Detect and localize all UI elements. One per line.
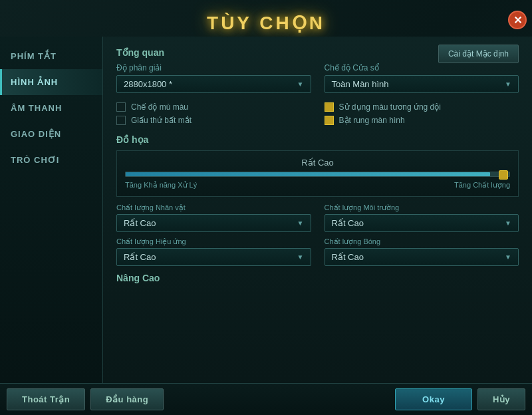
env-quality-field: Chất lượng Môi trường Rất Cao ▼	[325, 204, 519, 232]
hide-cursor-label: Giấu thứ bất mắt	[131, 116, 192, 125]
graphics-labels: Tăng Khả năng Xử Lý Tăng Chất lượng	[125, 181, 510, 190]
sidebar-item-tro-choi[interactable]: TRÒ CHƠI	[0, 147, 102, 173]
surrender-button[interactable]: Đầu hàng	[90, 388, 164, 410]
char-quality-field: Chất lượng Nhân vật Rất Cao ▼	[116, 204, 311, 232]
graphics-box: Rất Cao Tăng Khả năng Xử Lý Tăng Chất lư…	[116, 150, 519, 197]
screen-shake-checkbox[interactable]: Bật rung màn hình	[325, 116, 519, 125]
sidebar-item-hinh-anh[interactable]: HÌNH ẢNH	[0, 69, 102, 95]
window-mode-dropdown-arrow: ▼	[505, 80, 511, 88]
char-quality-label: Chất lượng Nhân vật	[116, 204, 311, 212]
slider-left-label: Tăng Khả năng Xử Lý	[125, 181, 197, 190]
modal-container: TÙY CHỌN ✕ PHÍM TẮT HÌNH ẢNH ÂM THANH GI…	[0, 7, 532, 415]
advanced-section-title: Nâng Cao	[116, 273, 519, 283]
cancel-button[interactable]: Hủy	[477, 388, 525, 410]
sidebar-item-phim-tat[interactable]: PHÍM TẮT	[0, 43, 102, 69]
exit-button[interactable]: Thoát Trận	[7, 388, 85, 410]
env-quality-label: Chất lượng Môi trường	[325, 204, 519, 212]
slider-track	[125, 172, 510, 177]
hide-cursor-checkbox-box	[116, 116, 126, 125]
sidebar-item-giao-dien[interactable]: GIAO DIỆN	[0, 121, 102, 147]
window-mode-label: Chế độ Cửa sổ	[325, 63, 519, 72]
slider-fill	[126, 172, 490, 176]
effect-quality-label: Chất lượng Hiệu ứng	[116, 237, 311, 246]
effect-quality-arrow: ▼	[297, 253, 304, 261]
team-color-checkbox[interactable]: Sử dụng màu tương ứng đội	[325, 102, 519, 112]
left-checkboxes: Chế độ mù màu Giấu thứ bất mắt	[116, 102, 311, 125]
window-mode-dropdown[interactable]: Toàn Màn hình ▼	[325, 75, 519, 93]
bottom-bar: Thoát Trận Đầu hàng Okay Hủy	[0, 383, 532, 415]
slider-thumb	[499, 170, 508, 180]
resolution-label: Độ phân giải	[116, 63, 311, 72]
team-color-checkbox-box	[325, 102, 334, 112]
title-bar: TÙY CHỌN ✕	[0, 7, 532, 37]
modal-title: TÙY CHỌN	[207, 13, 325, 33]
color-blind-label: Chế độ mù màu	[131, 102, 188, 112]
overview-top-row: Độ phân giải 2880x1800 * ▼ Chế độ Cửa sổ…	[116, 63, 519, 93]
okay-button[interactable]: Okay	[395, 388, 472, 410]
graphics-section-title: Đồ họa	[116, 134, 519, 145]
resolution-dropdown-arrow: ▼	[297, 80, 304, 88]
effect-quality-field: Chất lượng Hiệu ứng Rất Cao ▼	[116, 237, 311, 266]
shadow-quality-arrow: ▼	[505, 253, 511, 261]
graphics-slider[interactable]	[125, 172, 510, 177]
resolution-field: Độ phân giải 2880x1800 * ▼	[116, 63, 311, 93]
sidebar-item-am-thanh[interactable]: ÂM THANH	[0, 95, 102, 121]
env-quality-dropdown[interactable]: Rất Cao ▼	[325, 214, 519, 232]
color-blind-checkbox[interactable]: Chế độ mù màu	[116, 102, 311, 112]
sidebar: PHÍM TẮT HÌNH ẢNH ÂM THANH GIAO DIỆN TRÒ…	[0, 37, 103, 383]
env-quality-arrow: ▼	[505, 219, 511, 227]
content-area: Cài đặt Mặc định Tổng quan Độ phân giải …	[103, 37, 532, 383]
screen-shake-checkbox-box	[325, 116, 334, 125]
team-color-label: Sử dụng màu tương ứng đội	[339, 102, 441, 112]
color-blind-checkbox-box	[116, 102, 126, 112]
slider-right-label: Tăng Chất lượng	[454, 181, 510, 190]
right-checkboxes: Sử dụng màu tương ứng đội Bật rung màn h…	[325, 102, 519, 125]
quality-grid: Chất lượng Nhân vật Rất Cao ▼ Chất lượng…	[116, 204, 519, 266]
char-quality-dropdown[interactable]: Rất Cao ▼	[116, 214, 311, 232]
shadow-quality-field: Chất lượng Bóng Rất Cao ▼	[325, 237, 519, 266]
checkboxes-row: Chế độ mù màu Giấu thứ bất mắt Sử dụng m…	[116, 98, 519, 125]
hide-cursor-checkbox[interactable]: Giấu thứ bất mắt	[116, 116, 311, 125]
default-settings-button[interactable]: Cài đặt Mặc định	[438, 45, 519, 63]
shadow-quality-label: Chất lượng Bóng	[325, 237, 519, 246]
char-quality-arrow: ▼	[297, 219, 304, 227]
screen-shake-label: Bật rung màn hình	[339, 116, 405, 125]
graphics-preset-label: Rất Cao	[125, 158, 510, 168]
close-button[interactable]: ✕	[508, 11, 527, 29]
effect-quality-dropdown[interactable]: Rất Cao ▼	[116, 248, 311, 266]
graphics-section: Đồ họa Rất Cao Tăng Khả năng Xử Lý Tăng …	[116, 134, 519, 197]
resolution-dropdown[interactable]: 2880x1800 * ▼	[116, 75, 311, 93]
shadow-quality-dropdown[interactable]: Rất Cao ▼	[325, 248, 519, 266]
window-mode-field: Chế độ Cửa sổ Toàn Màn hình ▼	[325, 63, 519, 93]
main-layout: PHÍM TẮT HÌNH ẢNH ÂM THANH GIAO DIỆN TRÒ…	[0, 37, 532, 383]
